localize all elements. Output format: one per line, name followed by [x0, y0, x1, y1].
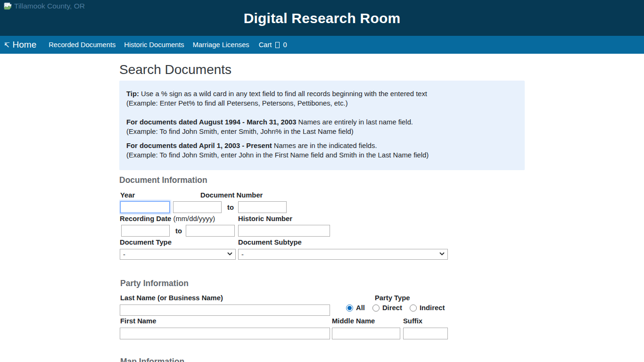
tip-text: Use a % sign as a wild card in any text …	[139, 90, 427, 98]
party-type-radio-direct[interactable]	[372, 304, 380, 312]
app-header: Tillamook County, OR Digital Research Ro…	[0, 0, 644, 36]
party-type-label: Party Type	[375, 294, 410, 302]
document-information-heading: Document Information	[119, 175, 207, 185]
recording-date-to-input[interactable]	[186, 225, 235, 237]
tip-box: Tip: Use a % sign as a wild card in any …	[119, 81, 525, 170]
note2-text: Names are in the indicated fields.	[272, 142, 377, 149]
suffix-input[interactable]	[403, 328, 448, 339]
document-type-select-wrap: -	[120, 249, 236, 260]
note2-example: (Example: To find John Smith, enter John…	[126, 150, 429, 160]
cart-label: Cart	[259, 41, 272, 49]
suffix-label: Suffix	[403, 317, 422, 325]
county-logo-link[interactable]: Tillamook County, OR	[4, 2, 85, 10]
party-type-option-indirect[interactable]: Indirect	[410, 304, 445, 312]
note2-line: For documents dated April 1, 2003 - Pres…	[126, 141, 377, 150]
document-type-select[interactable]: -	[120, 249, 236, 260]
document-subtype-select-wrap: -	[238, 249, 448, 260]
middle-name-input[interactable]	[332, 328, 400, 339]
nav-marriage-licenses[interactable]: Marriage Licenses	[193, 39, 249, 50]
nav-home-label: Home	[13, 40, 37, 50]
recording-date-label: Recording Date (mm/dd/yyyy)	[120, 215, 215, 222]
first-name-label: First Name	[120, 317, 156, 325]
recording-date-format: (mm/dd/yyyy)	[173, 215, 215, 222]
broken-image-icon	[4, 2, 12, 10]
year-input[interactable]	[120, 201, 170, 213]
last-name-label: Last Name (or Business Name)	[120, 294, 223, 302]
nav-home[interactable]: ↸ Home	[4, 40, 36, 50]
year-label: Year	[120, 191, 135, 199]
map-information-heading: Map Information	[120, 357, 184, 362]
nav-recorded-documents[interactable]: Recorded Documents	[49, 39, 116, 50]
party-type-radio-indirect[interactable]	[410, 304, 417, 312]
document-subtype-label: Document Subtype	[238, 239, 302, 246]
tip-example: (Example: Enter Pet% to find all Peterse…	[126, 99, 348, 108]
document-subtype-select[interactable]: -	[238, 249, 448, 260]
historic-number-label: Historic Number	[238, 215, 292, 222]
tip-label: Tip:	[126, 90, 139, 98]
app-title: Digital Research Room	[0, 0, 644, 26]
note1-line: For documents dated August 1994 - March …	[126, 117, 413, 127]
home-arrow-icon: ↸	[4, 41, 10, 49]
nav-historic-documents[interactable]: Historic Documents	[124, 39, 184, 50]
last-name-input[interactable]	[120, 304, 330, 316]
party-information-heading: Party Information	[120, 279, 189, 288]
main-nav: ↸ Home Recorded Documents Historic Docum…	[0, 36, 644, 54]
party-type-option-indirect-label: Indirect	[420, 304, 445, 312]
note2-bold: For documents dated April 1, 2003 - Pres…	[126, 142, 272, 149]
note1-text: Names are entirely in last name field.	[296, 118, 413, 126]
cart-icon	[275, 42, 280, 48]
note1-bold: For documents dated August 1994 - March …	[126, 118, 296, 126]
tip-line: Tip: Use a % sign as a wild card in any …	[126, 89, 427, 99]
cart-count: 0	[283, 41, 287, 49]
logo-alt-text: Tillamook County, OR	[14, 2, 85, 10]
document-number-to-input[interactable]	[238, 201, 287, 213]
page-heading: Search Documents	[119, 62, 231, 77]
document-number-label: Document Number	[200, 191, 263, 199]
party-type-option-direct-label: Direct	[382, 304, 402, 312]
recording-date-from-input[interactable]	[121, 225, 170, 237]
search-documents-page: Search Documents Tip: Use a % sign as a …	[119, 54, 525, 362]
recording-date-label-bold: Recording Date	[120, 215, 171, 222]
first-name-input[interactable]	[120, 328, 330, 339]
middle-name-label: Middle Name	[332, 317, 375, 325]
nav-cart[interactable]: Cart 0	[259, 41, 287, 49]
party-type-option-direct[interactable]: Direct	[372, 304, 402, 312]
document-number-from-input[interactable]	[173, 201, 222, 213]
recording-date-to-label: to	[175, 227, 182, 235]
document-number-to-label: to	[227, 204, 234, 211]
note1-example: (Example: To find John Smith, enter Smit…	[126, 127, 354, 136]
document-type-label: Document Type	[120, 239, 172, 246]
party-type-option-all-label: All	[356, 304, 365, 312]
historic-number-input[interactable]	[238, 225, 330, 237]
party-type-option-all[interactable]: All	[346, 304, 365, 312]
party-type-radio-group: All Direct Indirect	[346, 304, 452, 312]
party-type-radio-all[interactable]	[346, 304, 353, 312]
